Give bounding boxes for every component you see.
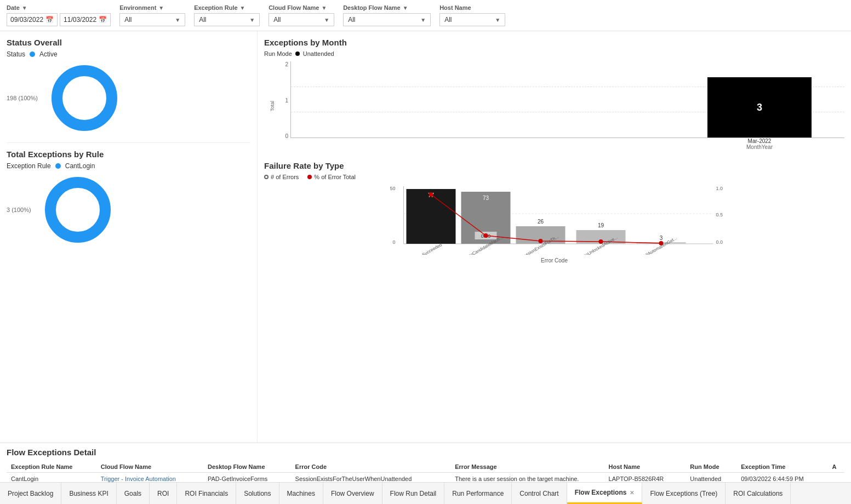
- tab-label: Machines: [287, 490, 315, 497]
- cloud-flow-select[interactable]: All ▼: [269, 13, 334, 26]
- tab-bar: Project BacklogBusiness KPIGoalsROIROI F…: [0, 482, 851, 504]
- tab-roi-calculations[interactable]: ROI Calculations: [726, 483, 791, 504]
- right-panel: Exceptions by Month Run Mode Unattended …: [258, 31, 851, 442]
- x-label-area: Mar-2022 MonthYear: [290, 138, 844, 150]
- svg-text:3: 3: [660, 235, 663, 241]
- svg-text:Succeeded: Succeeded: [421, 242, 443, 255]
- tab-label: Project Backlog: [8, 490, 53, 497]
- tab-roi-financials[interactable]: ROI Financials: [177, 483, 236, 504]
- tab-label: Flow Overview: [331, 490, 374, 497]
- svg-text:0.5: 0.5: [716, 212, 723, 217]
- tab-project-backlog[interactable]: Project Backlog: [0, 483, 61, 504]
- tab-label: ROI Calculations: [733, 490, 783, 497]
- exceptions-chart-area: Total 2 1 0 3: [270, 61, 844, 150]
- host-dropdown-icon: ▼: [495, 17, 500, 23]
- tab-label: Solutions: [244, 490, 271, 497]
- pct-legend-icon: [307, 175, 312, 179]
- desktop-flow-filter-label: Desktop Flow Name ▼: [343, 4, 431, 11]
- tab-flow-exceptions-(tree)[interactable]: Flow Exceptions (Tree): [642, 483, 726, 504]
- status-row: Status Active: [7, 50, 250, 58]
- detail-section-title: Flow Exceptions Detail: [7, 448, 844, 457]
- host-filter-label: Host Name: [439, 4, 505, 11]
- desktop-flow-filter-group: Desktop Flow Name ▼ All ▼: [343, 4, 431, 26]
- tab-solutions[interactable]: Solutions: [236, 483, 279, 504]
- date-chevron-icon: ▼: [22, 5, 27, 11]
- tab-run-performance[interactable]: Run Performance: [444, 483, 512, 504]
- col-exception-time: Exception Time: [736, 461, 827, 473]
- status-label: Status: [7, 50, 25, 58]
- calendar-icon-2[interactable]: 📅: [99, 16, 107, 24]
- exceptions-donut-container: 3 (100%): [7, 174, 250, 245]
- exception-chevron-icon: ▼: [240, 5, 245, 11]
- month-label: Mar-2022: [707, 138, 812, 144]
- col-error-code: Error Code: [291, 461, 451, 473]
- svg-point-1: [68, 82, 101, 114]
- date-from-input[interactable]: 09/03/2022 📅: [7, 13, 58, 26]
- exception-filter-group: Exception Rule ▼ All ▼: [194, 4, 260, 26]
- host-filter-group: Host Name All ▼: [439, 4, 505, 26]
- left-panel: Status Overall Status Active 198 (100%) …: [0, 31, 258, 442]
- exception-dropdown-icon: ▼: [249, 17, 255, 23]
- exception-rule-dot: [55, 163, 61, 169]
- status-active-dot: [30, 51, 35, 57]
- date-to-input[interactable]: 11/03/2022 📅: [60, 13, 111, 26]
- cloud-flow-dropdown-icon: ▼: [324, 17, 329, 23]
- col-host: Host Name: [604, 461, 686, 473]
- exceptions-chart-body: 3: [290, 61, 844, 138]
- col-error-message: Error Message: [450, 461, 604, 473]
- calendar-icon[interactable]: 📅: [45, 16, 54, 24]
- date-inputs: 09/03/2022 📅 11/03/2022 📅: [7, 13, 111, 26]
- tab-close-icon[interactable]: ✕: [630, 490, 634, 496]
- svg-text:73: 73: [483, 195, 489, 201]
- tab-label: Control Chart: [519, 490, 558, 497]
- legend-errors: # of Errors: [264, 174, 299, 180]
- cloud-flow-filter-group: Cloud Flow Name ▼ All ▼: [269, 4, 334, 26]
- col-a: A: [827, 461, 844, 473]
- tab-label: ROI: [157, 490, 169, 497]
- desktop-flow-chevron-icon: ▼: [403, 5, 408, 11]
- svg-text:0: 0: [393, 239, 396, 245]
- svg-point-3: [61, 193, 94, 226]
- exception-rule-label: Exception Rule: [7, 162, 51, 170]
- desktop-flow-dropdown-icon: ▼: [420, 17, 426, 23]
- status-donut-container: 198 (100%): [7, 62, 250, 134]
- svg-text:50: 50: [390, 186, 396, 191]
- host-select[interactable]: All ▼: [439, 13, 505, 26]
- tab-business-kpi[interactable]: Business KPI: [61, 483, 116, 504]
- tab-control-chart[interactable]: Control Chart: [512, 483, 567, 504]
- total-exceptions-section: Total Exceptions by Rule Exception Rule …: [7, 150, 250, 245]
- env-select[interactable]: All ▼: [119, 13, 185, 26]
- env-chevron-icon: ▼: [158, 5, 164, 11]
- total-exceptions-title: Total Exceptions by Rule: [7, 150, 250, 159]
- tab-flow-exceptions[interactable]: Flow Exceptions✕: [567, 483, 643, 504]
- failure-x-label: Error Code: [286, 257, 823, 264]
- run-mode-dot: [295, 51, 300, 56]
- status-value: Active: [39, 50, 58, 58]
- exception-rule-value: CantLogin: [65, 162, 95, 170]
- col-desktop-flow: Desktop Flow Name: [203, 461, 291, 473]
- run-mode-label: Run Mode: [264, 50, 292, 57]
- failure-rate-title: Failure Rate by Type: [264, 161, 844, 170]
- tab-flow-overview[interactable]: Flow Overview: [323, 483, 382, 504]
- tab-roi[interactable]: ROI: [150, 483, 177, 504]
- failure-chart-container: 50 0 77 73 0.00: [286, 184, 823, 264]
- exception-rule-row: Exception Rule CantLogin: [7, 162, 250, 170]
- env-filter-label: Environment ▼: [119, 4, 185, 11]
- svg-text:19: 19: [598, 222, 604, 228]
- cloud-flow-chevron-icon: ▼: [321, 5, 327, 11]
- status-overall-section: Status Overall Status Active 198 (100%): [7, 38, 250, 134]
- error-dot-2: [484, 233, 488, 238]
- tab-label: Flow Exceptions (Tree): [650, 490, 717, 497]
- env-filter-group: Environment ▼ All ▼: [119, 4, 185, 26]
- monthyear-label: MonthYear: [707, 144, 812, 150]
- tab-flow-run-detail[interactable]: Flow Run Detail: [382, 483, 445, 504]
- errors-legend-icon: [264, 175, 269, 179]
- status-overall-title: Status Overall: [7, 38, 250, 47]
- desktop-flow-select[interactable]: All ▼: [343, 13, 431, 26]
- tab-machines[interactable]: Machines: [279, 483, 323, 504]
- exception-select[interactable]: All ▼: [194, 13, 260, 26]
- filter-bar: Date ▼ 09/03/2022 📅 11/03/2022 📅 Environ…: [0, 0, 851, 31]
- date-filter-group: Date ▼ 09/03/2022 📅 11/03/2022 📅: [7, 4, 111, 26]
- failure-legend: # of Errors % of Error Total: [264, 174, 844, 180]
- tab-goals[interactable]: Goals: [117, 483, 150, 504]
